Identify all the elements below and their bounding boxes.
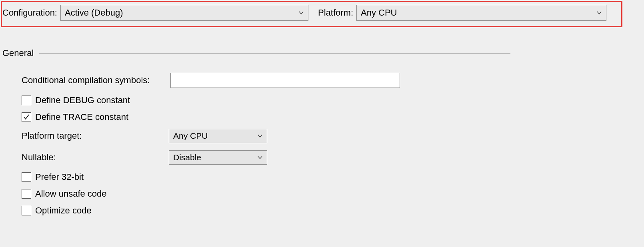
row-platform-target: Platform target: Any CPU	[22, 129, 626, 143]
configuration-value: Active (Debug)	[65, 8, 123, 18]
topbar: Configuration: Active (Debug) Platform: …	[0, 2, 644, 24]
conditional-symbols-label: Conditional compilation symbols:	[22, 75, 170, 86]
chevron-down-icon	[257, 155, 263, 160]
chevron-down-icon	[257, 133, 263, 139]
platform-target-dropdown[interactable]: Any CPU	[169, 129, 267, 143]
row-nullable: Nullable: Disable	[22, 150, 626, 165]
section-header: General	[2, 48, 626, 58]
section-rule	[39, 53, 510, 54]
platform-label: Platform:	[318, 8, 356, 18]
row-conditional-symbols: Conditional compilation symbols:	[22, 73, 626, 88]
nullable-value: Disable	[173, 153, 201, 162]
prefer-32bit-checkbox[interactable]	[22, 172, 31, 182]
platform-target-label: Platform target:	[22, 131, 169, 141]
nullable-label: Nullable:	[22, 152, 169, 163]
define-trace-label: Define TRACE constant	[35, 112, 128, 122]
chevron-down-icon	[298, 10, 304, 16]
row-allow-unsafe: Allow unsafe code	[22, 189, 626, 199]
row-define-trace: Define TRACE constant	[22, 112, 626, 122]
platform-value: Any CPU	[361, 8, 397, 18]
platform-dropdown[interactable]: Any CPU	[356, 5, 606, 21]
optimize-code-checkbox[interactable]	[22, 206, 31, 215]
platform-target-value: Any CPU	[173, 131, 208, 141]
conditional-symbols-input[interactable]	[170, 73, 400, 88]
chevron-down-icon	[596, 10, 602, 16]
general-form: Conditional compilation symbols: Define …	[22, 73, 626, 216]
define-trace-checkbox[interactable]	[22, 112, 31, 122]
row-prefer-32bit: Prefer 32-bit	[22, 172, 626, 182]
define-debug-label: Define DEBUG constant	[35, 95, 130, 106]
section-title: General	[2, 48, 34, 58]
row-optimize-code: Optimize code	[22, 205, 626, 216]
allow-unsafe-label: Allow unsafe code	[35, 189, 107, 199]
nullable-dropdown[interactable]: Disable	[169, 150, 267, 165]
optimize-code-label: Optimize code	[35, 205, 92, 216]
row-define-debug: Define DEBUG constant	[22, 95, 626, 106]
configuration-dropdown[interactable]: Active (Debug)	[60, 5, 308, 21]
general-section: General Conditional compilation symbols:…	[2, 48, 626, 222]
define-debug-checkbox[interactable]	[22, 96, 31, 105]
prefer-32bit-label: Prefer 32-bit	[35, 172, 84, 182]
allow-unsafe-checkbox[interactable]	[22, 189, 31, 199]
configuration-label: Configuration:	[2, 8, 60, 18]
